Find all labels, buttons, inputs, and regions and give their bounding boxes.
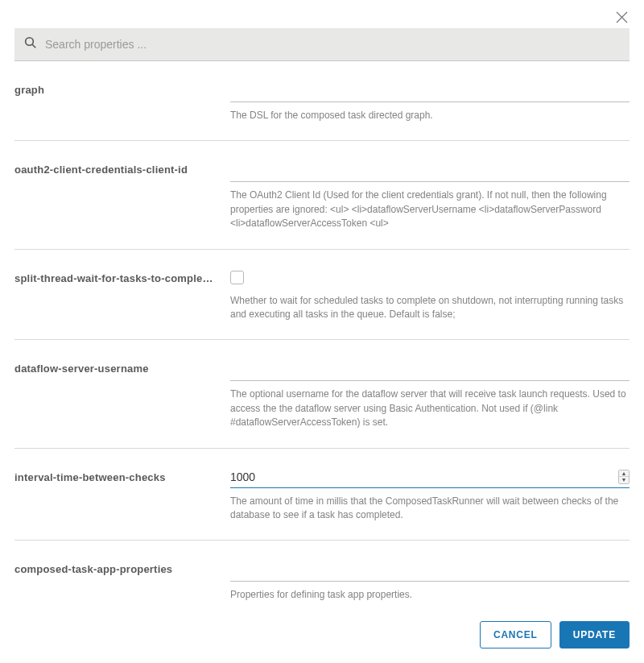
svg-line-1 bbox=[32, 44, 35, 48]
property-description: Properties for defining task app propert… bbox=[230, 588, 630, 602]
spinner-down-icon[interactable]: ▼ bbox=[619, 477, 629, 483]
property-number-input[interactable] bbox=[230, 470, 618, 483]
property-checkbox[interactable] bbox=[230, 271, 244, 284]
property-row: interval-time-between-checks▲▼The amount… bbox=[14, 449, 630, 541]
property-text-input[interactable] bbox=[230, 561, 630, 582]
search-bar bbox=[14, 28, 630, 61]
property-description: The OAuth2 Client Id (Used for the clien… bbox=[230, 189, 630, 230]
property-label: split-thread-wait-for-tasks-to-complet..… bbox=[14, 271, 214, 322]
update-button[interactable]: UPDATE bbox=[559, 621, 630, 648]
property-text-input[interactable] bbox=[230, 162, 630, 182]
property-main: ▲▼The amount of time in millis that the … bbox=[230, 470, 630, 523]
property-text-input[interactable] bbox=[230, 82, 630, 102]
property-label: dataflow-server-username bbox=[14, 361, 214, 429]
property-description: The optional username for the dataflow s… bbox=[230, 387, 630, 429]
property-text-input[interactable] bbox=[230, 361, 630, 381]
property-row: graphThe DSL for the composed task direc… bbox=[14, 61, 630, 141]
property-description: The DSL for the composed task directed g… bbox=[230, 109, 630, 122]
property-number-field: ▲▼ bbox=[230, 470, 630, 488]
search-input[interactable] bbox=[45, 38, 620, 51]
number-spinner: ▲▼ bbox=[618, 470, 630, 484]
property-main: The DSL for the composed task directed g… bbox=[230, 82, 630, 122]
property-main: Whether to wait for scheduled tasks to c… bbox=[230, 271, 630, 322]
property-row: composed-task-app-propertiesProperties f… bbox=[14, 541, 630, 605]
property-description: Whether to wait for scheduled tasks to c… bbox=[230, 294, 630, 322]
svg-point-0 bbox=[26, 38, 34, 46]
property-label: interval-time-between-checks bbox=[14, 470, 214, 523]
dialog-footer: CANCEL UPDATE bbox=[14, 605, 630, 648]
property-row: dataflow-server-usernameThe optional use… bbox=[14, 340, 630, 448]
spinner-up-icon[interactable]: ▲ bbox=[619, 470, 629, 477]
property-row: split-thread-wait-for-tasks-to-complet..… bbox=[14, 250, 630, 341]
property-label: oauth2-client-credentials-client-id bbox=[14, 162, 214, 230]
property-label: graph bbox=[14, 82, 214, 122]
property-row: oauth2-client-credentials-client-idThe O… bbox=[14, 141, 630, 249]
close-icon[interactable] bbox=[614, 10, 630, 25]
search-icon bbox=[24, 36, 37, 52]
cancel-button[interactable]: CANCEL bbox=[480, 621, 551, 648]
property-main: The OAuth2 Client Id (Used for the clien… bbox=[230, 162, 630, 230]
property-main: Properties for defining task app propert… bbox=[230, 561, 630, 602]
property-label: composed-task-app-properties bbox=[14, 561, 214, 602]
properties-list: graphThe DSL for the composed task direc… bbox=[14, 61, 630, 605]
property-description: The amount of time in millis that the Co… bbox=[230, 495, 630, 523]
property-main: The optional username for the dataflow s… bbox=[230, 361, 630, 429]
